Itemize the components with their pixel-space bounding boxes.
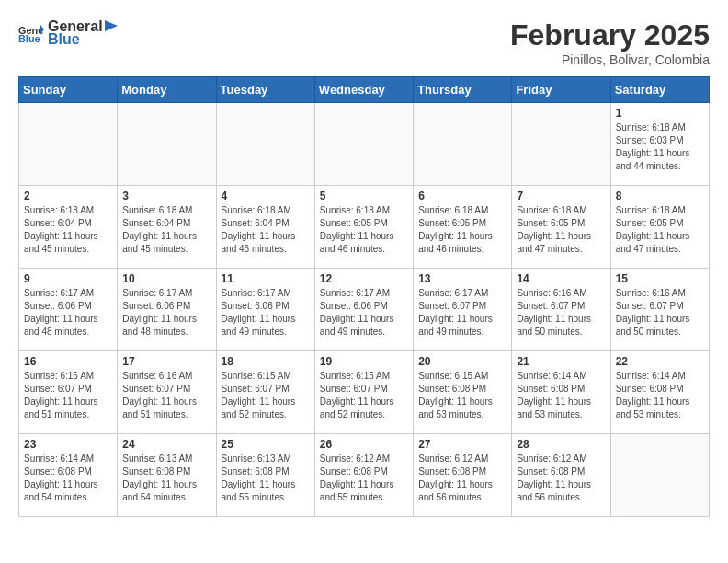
day-info: Sunrise: 6:18 AM Sunset: 6:04 PM Dayligh… [222, 204, 310, 256]
day-header-tuesday: Tuesday [216, 77, 314, 103]
calendar-day-24: 24Sunrise: 6:13 AM Sunset: 6:08 PM Dayli… [118, 434, 216, 517]
day-number: 6 [418, 190, 506, 202]
day-info: Sunrise: 6:18 AM Sunset: 6:04 PM Dayligh… [122, 204, 210, 256]
calendar-day-empty [610, 434, 709, 517]
calendar-day-26: 26Sunrise: 6:12 AM Sunset: 6:08 PM Dayli… [314, 434, 413, 517]
day-info: Sunrise: 6:15 AM Sunset: 6:07 PM Dayligh… [222, 370, 310, 421]
day-number: 13 [418, 272, 506, 285]
day-number: 2 [24, 190, 112, 202]
title-section: February 2025 Pinillos, Bolivar, Colombi… [510, 18, 710, 67]
day-info: Sunrise: 6:16 AM Sunset: 6:07 PM Dayligh… [122, 370, 210, 421]
day-number: 17 [122, 355, 210, 368]
day-number: 26 [320, 438, 408, 451]
logo-icon: General Blue [18, 22, 44, 44]
day-number: 15 [616, 272, 704, 285]
day-info: Sunrise: 6:16 AM Sunset: 6:07 PM Dayligh… [24, 370, 112, 421]
day-number: 1 [616, 107, 704, 120]
day-number: 27 [418, 438, 506, 451]
day-info: Sunrise: 6:12 AM Sunset: 6:08 PM Dayligh… [418, 453, 506, 504]
day-info: Sunrise: 6:18 AM Sunset: 6:03 PM Dayligh… [616, 121, 704, 173]
svg-marker-3 [105, 20, 118, 31]
day-number: 11 [222, 272, 310, 285]
logo-triangle-icon [105, 20, 118, 31]
day-number: 23 [24, 438, 112, 451]
day-info: Sunrise: 6:14 AM Sunset: 6:08 PM Dayligh… [616, 370, 704, 421]
day-info: Sunrise: 6:13 AM Sunset: 6:08 PM Dayligh… [222, 453, 310, 504]
calendar-day-28: 28Sunrise: 6:12 AM Sunset: 6:08 PM Dayli… [512, 434, 610, 517]
calendar-day-empty [216, 103, 314, 186]
calendar-day-4: 4Sunrise: 6:18 AM Sunset: 6:04 PM Daylig… [216, 186, 314, 269]
calendar-day-10: 10Sunrise: 6:17 AM Sunset: 6:06 PM Dayli… [118, 269, 216, 351]
day-number: 4 [222, 190, 310, 202]
day-number: 18 [222, 355, 310, 368]
calendar-day-14: 14Sunrise: 6:16 AM Sunset: 6:07 PM Dayli… [512, 269, 610, 351]
day-info: Sunrise: 6:18 AM Sunset: 6:05 PM Dayligh… [517, 204, 605, 256]
location: Pinillos, Bolivar, Colombia [510, 52, 710, 67]
calendar-day-11: 11Sunrise: 6:17 AM Sunset: 6:06 PM Dayli… [216, 269, 314, 351]
calendar-day-13: 13Sunrise: 6:17 AM Sunset: 6:07 PM Dayli… [414, 269, 512, 351]
calendar-week-row: 2Sunrise: 6:18 AM Sunset: 6:04 PM Daylig… [19, 186, 710, 269]
calendar-table: SundayMondayTuesdayWednesdayThursdayFrid… [18, 76, 710, 517]
day-info: Sunrise: 6:14 AM Sunset: 6:08 PM Dayligh… [517, 370, 605, 421]
calendar-day-3: 3Sunrise: 6:18 AM Sunset: 6:04 PM Daylig… [118, 186, 216, 269]
day-header-wednesday: Wednesday [314, 77, 413, 103]
day-number: 21 [517, 355, 605, 368]
day-number: 7 [517, 190, 605, 202]
day-number: 14 [517, 272, 605, 285]
day-info: Sunrise: 6:18 AM Sunset: 6:05 PM Dayligh… [418, 204, 506, 256]
day-info: Sunrise: 6:17 AM Sunset: 6:06 PM Dayligh… [122, 287, 210, 339]
calendar-day-7: 7Sunrise: 6:18 AM Sunset: 6:05 PM Daylig… [512, 186, 610, 269]
day-number: 16 [24, 355, 112, 368]
day-number: 10 [122, 272, 210, 285]
day-number: 22 [616, 355, 704, 368]
day-info: Sunrise: 6:17 AM Sunset: 6:06 PM Dayligh… [320, 287, 408, 339]
day-header-monday: Monday [118, 77, 216, 103]
calendar-day-19: 19Sunrise: 6:15 AM Sunset: 6:07 PM Dayli… [314, 351, 413, 434]
day-info: Sunrise: 6:15 AM Sunset: 6:08 PM Dayligh… [418, 370, 506, 421]
calendar-day-12: 12Sunrise: 6:17 AM Sunset: 6:06 PM Dayli… [314, 269, 413, 351]
day-info: Sunrise: 6:18 AM Sunset: 6:04 PM Dayligh… [24, 204, 112, 256]
calendar-day-20: 20Sunrise: 6:15 AM Sunset: 6:08 PM Dayli… [414, 351, 512, 434]
day-info: Sunrise: 6:17 AM Sunset: 6:07 PM Dayligh… [418, 287, 506, 339]
day-number: 24 [122, 438, 210, 451]
calendar-week-row: 1Sunrise: 6:18 AM Sunset: 6:03 PM Daylig… [19, 103, 710, 186]
calendar-week-row: 23Sunrise: 6:14 AM Sunset: 6:08 PM Dayli… [19, 434, 710, 517]
calendar-day-18: 18Sunrise: 6:15 AM Sunset: 6:07 PM Dayli… [216, 351, 314, 434]
calendar-day-2: 2Sunrise: 6:18 AM Sunset: 6:04 PM Daylig… [19, 186, 118, 269]
calendar-week-row: 9Sunrise: 6:17 AM Sunset: 6:06 PM Daylig… [19, 269, 710, 351]
calendar-week-row: 16Sunrise: 6:16 AM Sunset: 6:07 PM Dayli… [19, 351, 710, 434]
day-number: 12 [320, 272, 408, 285]
day-info: Sunrise: 6:16 AM Sunset: 6:07 PM Dayligh… [517, 287, 605, 339]
page-header: General Blue General Blue February 2025 … [18, 18, 710, 67]
day-header-friday: Friday [512, 77, 610, 103]
day-info: Sunrise: 6:15 AM Sunset: 6:07 PM Dayligh… [320, 370, 408, 421]
calendar-day-empty [118, 103, 216, 186]
day-info: Sunrise: 6:12 AM Sunset: 6:08 PM Dayligh… [320, 453, 408, 504]
day-number: 5 [320, 190, 408, 202]
calendar-day-5: 5Sunrise: 6:18 AM Sunset: 6:05 PM Daylig… [314, 186, 413, 269]
calendar-day-9: 9Sunrise: 6:17 AM Sunset: 6:06 PM Daylig… [19, 269, 118, 351]
day-number: 19 [320, 355, 408, 368]
day-info: Sunrise: 6:17 AM Sunset: 6:06 PM Dayligh… [24, 287, 112, 339]
day-info: Sunrise: 6:14 AM Sunset: 6:08 PM Dayligh… [24, 453, 112, 504]
day-info: Sunrise: 6:13 AM Sunset: 6:08 PM Dayligh… [122, 453, 210, 504]
month-title: February 2025 [510, 18, 710, 52]
calendar-day-23: 23Sunrise: 6:14 AM Sunset: 6:08 PM Dayli… [19, 434, 118, 517]
day-header-saturday: Saturday [610, 77, 709, 103]
calendar-day-empty [314, 103, 413, 186]
day-number: 8 [616, 190, 704, 202]
logo: General Blue General Blue [18, 18, 118, 48]
day-number: 20 [418, 355, 506, 368]
day-info: Sunrise: 6:12 AM Sunset: 6:08 PM Dayligh… [517, 453, 605, 504]
day-info: Sunrise: 6:16 AM Sunset: 6:07 PM Dayligh… [616, 287, 704, 339]
day-info: Sunrise: 6:18 AM Sunset: 6:05 PM Dayligh… [320, 204, 408, 256]
calendar-day-empty [19, 103, 118, 186]
day-number: 28 [517, 438, 605, 451]
calendar-day-1: 1Sunrise: 6:18 AM Sunset: 6:03 PM Daylig… [610, 103, 709, 186]
svg-text:Blue: Blue [18, 33, 40, 44]
calendar-day-15: 15Sunrise: 6:16 AM Sunset: 6:07 PM Dayli… [610, 269, 709, 351]
day-header-sunday: Sunday [19, 77, 118, 103]
calendar-day-8: 8Sunrise: 6:18 AM Sunset: 6:05 PM Daylig… [610, 186, 709, 269]
day-number: 3 [122, 190, 210, 202]
day-info: Sunrise: 6:17 AM Sunset: 6:06 PM Dayligh… [222, 287, 310, 339]
